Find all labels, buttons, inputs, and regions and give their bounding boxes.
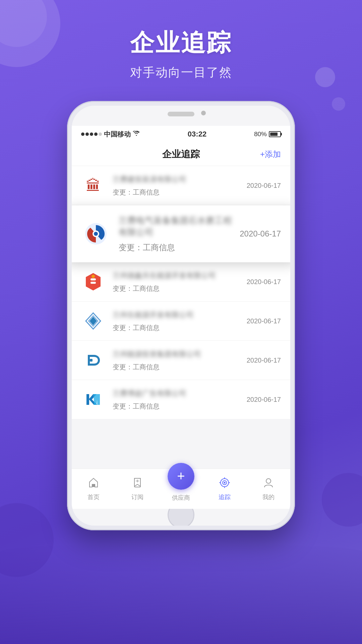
svg-rect-17 [81,387,105,412]
main-title: 企业追踪 [0,27,362,59]
phone-outer: 中国移动 03:22 80% [67,101,295,530]
status-bar-left: 中国移动 [81,130,140,139]
company-change-2: 变更：工商信息 [119,243,175,252]
bg-decor-circle-4 [332,97,345,111]
company-name-4: 兰州生能源开发有限公司 [113,310,247,320]
signal-dots [81,132,102,136]
nav-item-profile[interactable]: 我的 [247,477,290,501]
nav-label-subscribe: 订阅 [131,493,143,501]
nav-label-home: 首页 [87,493,100,501]
company-list: 🏛 兰费建筑装潢有限公司 变更：工商信息 2020-06-17 [72,166,290,469]
company-logo-1: 🏛 [81,173,105,198]
list-item-5[interactable]: 兰州能源投资集团有限公司 变更：工商信息 2020-06-17 [72,341,290,380]
signal-dot-4 [94,132,98,136]
signal-dot-5 [99,132,102,136]
phone-camera [201,111,206,115]
company-name-3: 兰州德鑫共生能源开发有限公司 [113,271,247,281]
company-change-5: 变更：工商信息 [113,363,160,371]
sub-title: 对手动向一目了然 [0,64,362,81]
nav-label-profile: 我的 [262,493,275,501]
signal-dot-1 [81,132,84,136]
company-date-1: 2020-06-17 [247,182,281,190]
status-bar-right: 80% [254,130,281,138]
phone-speaker [168,112,194,116]
nav-item-supplier[interactable]: + 供应商 [159,476,203,502]
company-name-1: 兰费建筑装潢有限公司 [113,174,247,184]
nav-label-tracking: 追踪 [219,493,231,501]
bg-wave [0,543,362,644]
company-name-2: 兰费电气装备集团石水磨工程有限公司 [119,215,240,238]
company-date-3: 2020-06-17 [247,278,281,286]
company-info-6: 兰费博超广告有限公司 变更：工商信息 [113,388,247,411]
svg-rect-8 [90,278,96,280]
company-date-4: 2020-06-17 [247,317,281,325]
svg-point-10 [92,275,95,278]
company-date-2: 2020-06-17 [240,229,281,238]
list-item-6[interactable]: 兰费博超广告有限公司 变更：工商信息 2020-06-17 [72,380,290,419]
app-header-title: 企业追踪 [162,148,200,161]
list-item[interactable]: 🏛 兰费建筑装潢有限公司 变更：工商信息 2020-06-17 [72,166,290,205]
nav-label-supplier: 供应商 [172,494,190,502]
company-logo-2 [81,219,111,249]
company-info-3: 兰州德鑫共生能源开发有限公司 变更：工商信息 [113,271,247,293]
signal-dot-3 [90,132,93,136]
svg-point-29 [266,479,271,483]
svg-rect-16 [90,359,93,362]
company-info-4: 兰州生能源开发有限公司 变更：工商信息 [113,310,247,332]
list-item-3[interactable]: 兰州德鑫共生能源开发有限公司 变更：工商信息 2020-06-17 [72,262,290,302]
phone-mockup: 中国移动 03:22 80% [67,101,295,530]
phone-content: 中国移动 03:22 80% [72,106,290,526]
add-button[interactable]: +添加 [260,149,281,160]
company-date-6: 2020-06-17 [247,396,281,404]
company-change-1: 变更：工商信息 [113,189,160,196]
home-button-area [72,509,290,526]
company-info-5: 兰州能源投资集团有限公司 变更：工商信息 [113,349,247,372]
center-add-button[interactable]: + [168,463,194,490]
status-bar: 中国移动 03:22 80% [72,126,290,143]
svg-point-24 [224,482,226,483]
company-logo-4 [81,309,105,333]
svg-rect-18 [93,484,95,487]
phone-top-bar [72,106,290,126]
company-change-6: 变更：工商信息 [113,402,160,410]
company-logo-6 [81,387,105,412]
nav-item-home[interactable]: 首页 [72,477,115,501]
battery-fill [270,132,278,136]
company-logo-3 [81,270,105,294]
company-date-5: 2020-06-17 [247,357,281,364]
nav-item-subscribe[interactable]: 订阅 [115,477,159,501]
company-name-6: 兰费博超广告有限公司 [113,388,247,398]
status-time: 03:22 [188,130,206,139]
company-info-1: 兰费建筑装潢有限公司 变更：工商信息 [113,174,247,197]
svg-rect-9 [90,282,96,284]
battery-icon [269,131,281,137]
list-item-4[interactable]: 兰州生能源开发有限公司 变更：工商信息 2020-06-17 [72,302,290,341]
svg-point-5 [94,232,98,236]
tracking-icon [219,477,230,491]
bg-decor-circle-6 [322,473,362,527]
phone-inner: 中国移动 03:22 80% [72,106,290,526]
carrier-label: 中国移动 [104,130,131,139]
user-icon [263,477,274,491]
home-icon [88,477,99,491]
wifi-icon [133,131,140,138]
nav-item-tracking[interactable]: 追踪 [203,477,246,501]
company-change-4: 变更：工商信息 [113,324,160,331]
app-header: 企业追踪 +添加 [72,143,290,166]
bookmark-icon [132,477,143,491]
company-change-3: 变更：工商信息 [113,285,160,292]
bottom-nav: 首页 订阅 [72,469,290,509]
company-logo-5 [81,348,105,372]
svg-text:🏛: 🏛 [86,177,101,194]
battery-percent: 80% [254,130,267,138]
list-item-highlighted[interactable]: 兰费电气装备集团石水磨工程有限公司 变更：工商信息 2020-06-17 [72,205,290,262]
signal-dot-2 [85,132,89,136]
plus-icon: + [177,469,185,483]
company-name-5: 兰州能源投资集团有限公司 [113,349,247,359]
company-info-2: 兰费电气装备集团石水磨工程有限公司 变更：工商信息 [119,215,240,253]
header-section: 企业追踪 对手动向一目了然 [0,0,362,81]
